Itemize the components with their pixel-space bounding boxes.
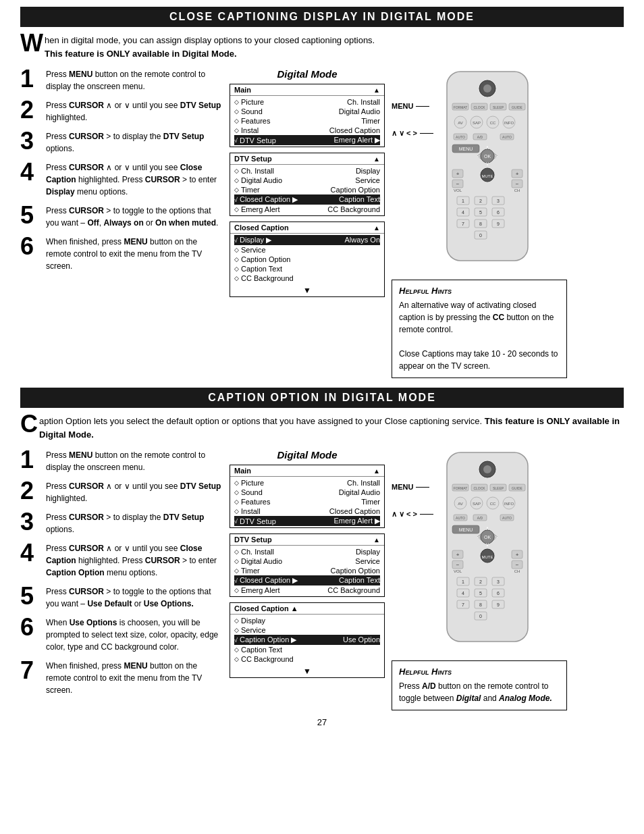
step2-3-text: Press CURSOR > to display the DTV Setup …: [46, 511, 223, 536]
page-number: 27: [20, 717, 624, 727]
section2-dtv-menu-body: ◇ Ch. Install Display ◇ Digital Audio Se…: [230, 546, 384, 596]
step2-2-text: Press CURSOR ∧ or ∨ until you see DTV Se…: [46, 480, 223, 504]
svg-text:INFO: INFO: [504, 121, 514, 125]
svg-text:6: 6: [497, 591, 500, 596]
step1-1-num: 1: [20, 67, 41, 91]
step1-6-text: When finished, press MENU button on the …: [46, 236, 223, 272]
menu-row: ◇ Caption Text: [234, 645, 380, 654]
section2-dropcap: C: [20, 412, 38, 436]
section1-hints: Helpful Hints An alternative way of acti…: [392, 280, 567, 378]
svg-text:SAP: SAP: [473, 502, 481, 506]
page: CLOSE CAPTIONING DISPLAY IN DIGITAL MODE…: [0, 0, 644, 741]
svg-text:>: >: [495, 153, 498, 159]
svg-text:4: 4: [462, 210, 464, 215]
svg-text:6: 6: [497, 210, 500, 215]
section2-hints-text: Press A/D button on the remote control t…: [399, 680, 560, 704]
svg-text:7: 7: [462, 602, 464, 607]
step1-5-text: Press CURSOR > to toggle to the options …: [46, 205, 223, 229]
svg-text:+: +: [456, 552, 460, 558]
section2-remote-wrapper: MENU ∧ ∨ < >: [392, 449, 567, 654]
menu-down-arrow: ▼: [230, 665, 384, 677]
svg-text:GUIDE: GUIDE: [512, 486, 523, 490]
section2-content: 1 Press MENU button on the remote contro…: [20, 449, 624, 710]
svg-text:9: 9: [497, 221, 500, 226]
svg-text:−: −: [456, 562, 460, 568]
remote-svg-2: FORMAT CLOCK SLEEP GUIDE AV SAP CC INFO: [433, 449, 541, 652]
section2-dtv-menu-title: DTV Setup▲: [230, 534, 384, 546]
step1-3-num: 3: [20, 129, 41, 153]
step1-4: 4 Press CURSOR ∧ or ∨ until you see Clos…: [20, 161, 223, 198]
svg-text:MUTE: MUTE: [482, 174, 493, 178]
svg-text:OK: OK: [484, 154, 491, 159]
svg-text:∨: ∨: [485, 542, 489, 548]
section2-cc-menu-title: Closed Caption ▲: [230, 603, 384, 615]
section1-main-menu-body: ◇ Picture Ch. Install ◇ Sound Digital Au…: [230, 96, 384, 147]
step2-3-num: 3: [20, 510, 41, 534]
step2-5: 5 Press CURSOR > to toggle to the option…: [20, 585, 223, 610]
menu-row: ◇ Emerg Alert CC Background: [234, 585, 380, 595]
section2-main-menu: Main▲ ◇ Picture Ch. Install ◇ Sound Digi…: [230, 465, 385, 528]
step2-7-text: When finished, press MENU button on the …: [46, 660, 223, 696]
section2-hints-title: Helpful Hints: [399, 667, 560, 677]
step1-3: 3 Press CURSOR > to display the DTV Setu…: [20, 130, 223, 155]
svg-text:+: +: [516, 171, 519, 177]
svg-text:−: −: [456, 181, 460, 187]
svg-text:CH: CH: [514, 188, 520, 192]
svg-text:2: 2: [479, 199, 482, 203]
section2-cc-menu-body: ◇ Display ◇ Service √ Caption Option ▶ U…: [230, 615, 384, 665]
section2-intro-text: aption Option lets you select the defaul…: [39, 416, 482, 426]
menu-row-highlighted: √ DTV Setup Emerg Alert ▶: [234, 516, 380, 526]
menu-row: ◇ CC Background: [234, 273, 380, 283]
menu-row-highlighted: √ Closed Caption ▶ Caption Text: [234, 575, 380, 585]
section2-hints: Helpful Hints Press A/D button on the re…: [392, 660, 567, 710]
step2-7-num: 7: [20, 658, 41, 683]
menu-row: ◇ Features Timer: [234, 116, 380, 126]
remote-svg-container: FORMAT CLOCK SLEEP GUIDE AV SAP CC INFO: [433, 68, 541, 273]
step1-4-text: Press CURSOR ∧ or ∨ until you see Close …: [46, 161, 223, 198]
step2-4-num: 4: [20, 541, 41, 565]
section2-main-menu-body: ◇ Picture Ch. Install ◇ Sound Digital Au…: [230, 477, 384, 527]
section2-right: MENU ∧ ∨ < >: [392, 449, 567, 710]
section1-hints-title: Helpful Hints: [399, 286, 560, 296]
svg-text:FORMAT: FORMAT: [454, 486, 468, 490]
section2-intro: C aption Option lets you select the defa…: [20, 415, 624, 441]
remote-labels: MENU ∧ ∨ < >: [392, 68, 433, 138]
section1-dtv-menu: DTV Setup▲ ◇ Ch. Install Display ◇ Digit…: [230, 153, 385, 216]
step1-2-num: 2: [20, 98, 41, 122]
menu-row: ◇ Service: [234, 625, 380, 635]
step2-1-num: 1: [20, 448, 41, 472]
svg-text:AV: AV: [458, 121, 463, 125]
step2-4-text: Press CURSOR ∧ or ∨ until you see Close …: [46, 542, 223, 579]
menu-row: ◇ Features Timer: [234, 497, 380, 506]
svg-point-68: [483, 465, 491, 473]
remote-labels-2: MENU ∧ ∨ < >: [392, 449, 433, 519]
section1-dtv-menu-body: ◇ Ch. Install Display ◇ Digital Audio Se…: [230, 165, 384, 215]
menu-row: ◇ Ch. Install Display: [234, 547, 380, 556]
menu-row: ◇ Install Closed Caption: [234, 506, 380, 516]
svg-text:−: −: [516, 562, 519, 568]
menu-row: ◇ Emerg Alert CC Background: [234, 205, 380, 214]
svg-text:5: 5: [479, 591, 482, 596]
menu-row: ◇ Service: [234, 245, 380, 255]
svg-point-2: [483, 84, 491, 93]
svg-text:7: 7: [462, 221, 464, 226]
menu-row: ◇ Sound Digital Audio: [234, 488, 380, 497]
svg-text:MENU: MENU: [459, 527, 473, 532]
step1-5: 5 Press CURSOR > to toggle to the option…: [20, 205, 223, 229]
menu-row-highlighted: √ DTV Setup Emerg Alert ▶: [234, 135, 380, 145]
step2-1: 1 Press MENU button on the remote contro…: [20, 449, 223, 473]
svg-text:4: 4: [462, 591, 464, 596]
svg-text:+: +: [516, 552, 519, 558]
svg-text:0: 0: [479, 614, 482, 619]
menu-row-highlighted: √ Caption Option ▶ Use Option: [234, 635, 380, 645]
menu-row: ◇ Picture Ch. Install: [234, 97, 380, 107]
step1-6-num: 6: [20, 234, 41, 259]
svg-text:+: +: [456, 171, 460, 177]
step1-1: 1 Press MENU button on the remote contro…: [20, 68, 223, 93]
svg-text:AV: AV: [458, 502, 463, 506]
svg-text:3: 3: [497, 579, 500, 584]
svg-text:<: <: [477, 153, 481, 159]
svg-text:SLEEP: SLEEP: [493, 486, 504, 490]
svg-text:8: 8: [479, 602, 482, 607]
svg-text:AUTO: AUTO: [456, 135, 465, 139]
